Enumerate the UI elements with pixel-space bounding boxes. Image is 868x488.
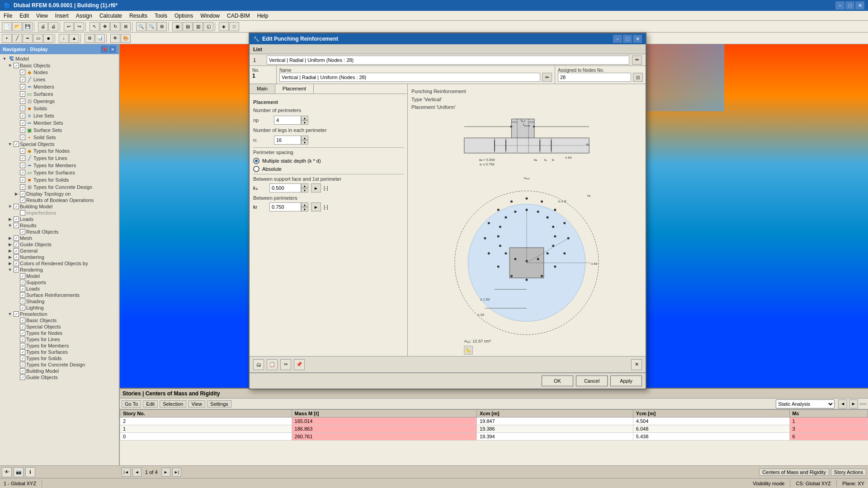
pre-types-nodes-checkbox[interactable] <box>20 330 25 336</box>
tree-lines[interactable]: ╱ Lines <box>1 76 118 83</box>
tb-scale[interactable]: ⊞ <box>121 22 131 31</box>
tab-placement[interactable]: Placement <box>275 84 314 94</box>
openings-checkbox[interactable] <box>20 99 25 104</box>
types-lines-checkbox[interactable] <box>20 155 25 161</box>
types-nodes-checkbox[interactable] <box>20 148 25 154</box>
tree-surfaces[interactable]: ▭ Surfaces <box>1 90 118 98</box>
results-checkbox[interactable] <box>14 223 19 228</box>
absolute-radio[interactable] <box>253 166 259 172</box>
tree-surface-sets[interactable]: ▣ Surface Sets <box>1 127 118 134</box>
tb2-member[interactable]: ━ <box>23 34 33 43</box>
tree-types-nodes[interactable]: ◆ Types for Nodes <box>1 147 118 155</box>
nav-left-btn[interactable]: ◄ <box>838 399 847 408</box>
centers-of-mass-tab[interactable]: Centers of Mass and Rigidity <box>759 469 829 476</box>
footer-tool-2[interactable]: 📋 <box>267 359 278 370</box>
tb2-results[interactable]: 📊 <box>95 34 105 43</box>
n-input[interactable] <box>274 136 301 145</box>
loads-checkbox[interactable] <box>14 216 19 222</box>
tree-display-topology[interactable]: ▶ Display Topology on <box>1 191 118 197</box>
tab-main[interactable]: Main <box>250 84 275 94</box>
tb-view2[interactable]: ▤ <box>183 22 193 31</box>
tree-members[interactable]: ━ Members <box>1 83 118 90</box>
page-first-btn[interactable]: |◄ <box>122 468 131 477</box>
tree-lighting[interactable]: Lighting <box>1 305 118 311</box>
tree-member-sets[interactable]: ═ Member Sets <box>1 119 118 127</box>
tree-nodes[interactable]: ◆ Nodes <box>1 69 118 76</box>
list-edit-btn[interactable]: ✏ <box>632 56 642 65</box>
menu-results[interactable]: Results <box>126 11 151 21</box>
tree-shading[interactable]: Shading <box>1 298 118 305</box>
tree-results[interactable]: ▼ Results <box>1 222 118 229</box>
tb2-solid[interactable]: ■ <box>43 34 53 43</box>
tree-openings[interactable]: ⊡ Openings <box>1 98 118 105</box>
dialog-minimize-btn[interactable]: − <box>613 35 622 43</box>
table-row[interactable]: 0 260.761 19.394 5.438 6 <box>120 433 868 441</box>
tree-pre-types-members[interactable]: Types for Members <box>1 343 118 349</box>
types-surfaces-checkbox[interactable] <box>20 170 25 175</box>
k1-up-btn[interactable]: ▲ <box>301 183 308 188</box>
nav-close-btn[interactable]: ✕ <box>109 46 116 53</box>
tree-pre-special[interactable]: Special Objects <box>1 324 118 330</box>
pre-basic-checkbox[interactable] <box>20 318 25 323</box>
tb-zoom-in[interactable]: 🔍 <box>136 22 146 31</box>
result-objects-checkbox[interactable] <box>20 229 25 235</box>
footer-close-btn[interactable]: ✕ <box>631 359 642 370</box>
ok-button[interactable]: OK <box>542 375 573 386</box>
numbering-checkbox[interactable] <box>14 254 19 260</box>
k1-input[interactable] <box>269 183 301 192</box>
menu-window[interactable]: Window <box>197 11 223 21</box>
menu-cad-bim[interactable]: CAD-BIM <box>223 11 254 21</box>
tb-wire[interactable]: □ <box>229 22 239 31</box>
tb2-support[interactable]: ▲ <box>69 34 79 43</box>
tb2-display[interactable]: 👁 <box>110 34 120 43</box>
tb2-load[interactable]: ↓ <box>59 34 69 43</box>
tree-types-lines[interactable]: ╱ Types for Lines <box>1 155 118 162</box>
tree-loads[interactable]: ▶ Loads <box>1 216 118 222</box>
tb-view3[interactable]: ▥ <box>193 22 203 31</box>
tb-rotate[interactable]: ↻ <box>110 22 120 31</box>
np-up-btn[interactable]: ▲ <box>301 116 308 120</box>
results-by-stories-btn[interactable] <box>860 403 866 405</box>
tb2-surface[interactable]: ▭ <box>33 34 43 43</box>
colors-checkbox[interactable] <box>14 261 19 266</box>
tree-pre-guide[interactable]: Guide Objects <box>1 374 118 380</box>
n-up-btn[interactable]: ▲ <box>301 136 308 140</box>
pre-special-checkbox[interactable] <box>20 324 25 329</box>
multiple-static-radio[interactable] <box>253 158 259 164</box>
tb2-line[interactable]: ╱ <box>12 34 22 43</box>
tb-select[interactable]: ↖ <box>90 22 99 31</box>
assigned-pick-btn[interactable]: ⊡ <box>633 73 643 82</box>
menu-help[interactable]: Help <box>254 11 272 21</box>
nav-right-btn[interactable]: ► <box>849 399 858 408</box>
pre-types-concrete-checkbox[interactable] <box>20 362 25 367</box>
tree-types-surfaces[interactable]: ▭ Types for Surfaces <box>1 169 118 176</box>
tb-open[interactable]: 📂 <box>12 22 22 31</box>
tree-render-supports[interactable]: Supports <box>1 279 118 286</box>
tree-surface-reinforcements[interactable]: Surface Reinforcements <box>1 292 118 298</box>
tb2-calc[interactable]: ⚙ <box>85 34 94 43</box>
preselection-checkbox[interactable] <box>14 311 19 317</box>
pre-types-lines-checkbox[interactable] <box>20 337 25 342</box>
tb-undo[interactable]: ↩ <box>64 22 74 31</box>
story-actions-tab[interactable]: Story Actions <box>831 469 866 476</box>
kr-up-btn[interactable]: ▲ <box>301 202 308 207</box>
tb-print2[interactable]: 🖨 <box>48 22 58 31</box>
tree-pre-types-surfaces[interactable]: Types for Surfaces <box>1 349 118 355</box>
surfaces-checkbox[interactable] <box>20 91 25 97</box>
shading-checkbox[interactable] <box>20 299 25 304</box>
assigned-nodes-input[interactable] <box>558 73 631 82</box>
basic-objects-checkbox[interactable] <box>14 63 19 68</box>
close-button[interactable]: ✕ <box>855 1 864 9</box>
tree-result-objects[interactable]: Result Objects <box>1 229 118 235</box>
tree-line-sets[interactable]: ≡ Line Sets <box>1 112 118 119</box>
name-edit-btn[interactable]: ✏ <box>542 73 552 82</box>
render-model-checkbox[interactable] <box>20 273 25 279</box>
k1-arrow-btn[interactable]: ► <box>311 183 321 192</box>
tree-rendering[interactable]: ▼ Rendering <box>1 267 118 273</box>
tb-print[interactable]: 🖨 <box>38 22 48 31</box>
edit-btn[interactable]: Edit <box>143 400 158 408</box>
nav-pin-btn[interactable]: 📌 <box>101 46 108 53</box>
footer-tool-3[interactable]: ✂ <box>280 359 291 370</box>
mesh-checkbox[interactable] <box>14 235 19 241</box>
tree-pre-building[interactable]: Building Model <box>1 368 118 374</box>
